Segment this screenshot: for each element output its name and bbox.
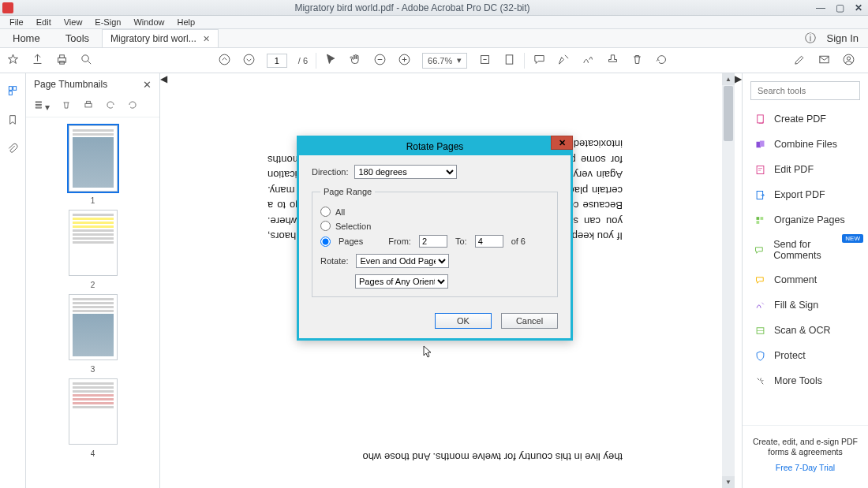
svg-rect-19	[85, 103, 92, 107]
thumbnail-4[interactable]	[69, 378, 118, 445]
thumbnails-close-icon[interactable]: ✕	[143, 79, 152, 91]
tool-send-comments[interactable]: NEWSend for Comments	[743, 233, 868, 267]
thumbnail-1-number: 1	[91, 196, 95, 205]
help-icon[interactable]: ⓘ	[805, 32, 816, 46]
tool-comment[interactable]: Comment	[743, 267, 868, 292]
menu-help[interactable]: Help	[171, 17, 202, 27]
zoom-value: 66.7%	[428, 56, 452, 65]
zoom-in-icon[interactable]	[398, 53, 411, 69]
search-tools-input[interactable]	[750, 81, 860, 100]
menu-view[interactable]: View	[58, 17, 89, 27]
to-input[interactable]	[475, 235, 503, 248]
rotate-icon[interactable]	[655, 53, 668, 69]
pointer-icon[interactable]	[324, 53, 338, 69]
profile-icon[interactable]	[842, 53, 855, 69]
from-input[interactable]	[419, 235, 447, 248]
menubar: File Edit View E-Sign Window Help	[0, 16, 868, 29]
tab-home[interactable]: Home	[0, 29, 53, 47]
attachment-rail-icon[interactable]	[6, 143, 19, 158]
comment-tool-icon	[754, 274, 766, 286]
tab-document-close-icon[interactable]: ✕	[203, 34, 210, 44]
tool-combine-files[interactable]: Combine Files	[743, 132, 868, 157]
tool-fill-sign[interactable]: Fill & Sign	[743, 292, 868, 318]
scroll-down-icon[interactable]: ▼	[722, 476, 735, 488]
radio-all[interactable]	[320, 207, 331, 217]
send-comments-icon	[754, 244, 765, 256]
sign-icon[interactable]	[582, 53, 595, 69]
ok-button[interactable]: OK	[435, 313, 492, 329]
upload-icon[interactable]	[31, 53, 44, 69]
trash-icon[interactable]	[630, 53, 644, 69]
footer-trial-link[interactable]: Free 7-Day Trial	[750, 463, 860, 472]
rotate-orientation-select[interactable]: Pages of Any Orientation	[355, 274, 448, 289]
menu-window[interactable]: Window	[127, 17, 170, 27]
svg-rect-0	[58, 58, 66, 62]
svg-rect-9	[506, 54, 513, 63]
tool-more-tools[interactable]: More Tools	[743, 368, 868, 393]
svg-rect-24	[757, 166, 764, 173]
cancel-button[interactable]: Cancel	[501, 313, 558, 329]
export-pdf-icon	[754, 188, 766, 201]
direction-select[interactable]: 180 degrees	[354, 165, 457, 179]
tool-export-pdf[interactable]: Export PDF	[743, 182, 868, 207]
tab-document[interactable]: Migratory bird worl... ✕	[102, 29, 219, 47]
pen-icon[interactable]	[793, 53, 806, 69]
thumb-print-icon[interactable]	[83, 99, 94, 113]
thumbnail-1[interactable]	[69, 125, 118, 192]
svg-rect-27	[760, 217, 763, 220]
tool-label: Protect	[774, 350, 806, 361]
search-glass-icon[interactable]	[80, 53, 93, 69]
page-number-input[interactable]	[267, 54, 287, 68]
signin-link[interactable]: Sign In	[827, 32, 859, 44]
zoom-out-icon[interactable]	[373, 53, 387, 69]
thumbnails-rail-icon[interactable]	[6, 84, 19, 99]
thumb-options-icon[interactable]: ▾	[34, 99, 50, 113]
thumbnails-panel: Page Thumbnails ✕ ▾ 1 2 3 4	[26, 73, 160, 488]
star-icon[interactable]	[6, 53, 20, 69]
panel-collapse-left[interactable]: ◀	[160, 73, 167, 488]
tool-label: Organize Pages	[774, 214, 845, 225]
menu-esign[interactable]: E-Sign	[88, 17, 127, 27]
radio-pages[interactable]	[320, 237, 331, 247]
highlight-icon[interactable]	[557, 53, 571, 69]
tab-tools[interactable]: Tools	[53, 29, 102, 47]
bookmark-rail-icon[interactable]	[6, 114, 19, 129]
hand-icon[interactable]	[349, 53, 362, 69]
tool-create-pdf[interactable]: Create PDF	[743, 106, 868, 132]
close-window-button[interactable]: ✕	[849, 1, 868, 15]
rotate-parity-select[interactable]: Even and Odd Pages	[356, 254, 449, 268]
radio-selection[interactable]	[320, 221, 331, 231]
dialog-titlebar[interactable]: Rotate Pages ✕	[299, 138, 571, 155]
page-up-icon[interactable]	[218, 53, 231, 69]
scrollbar-thumb[interactable]	[724, 86, 733, 141]
thumbnail-2-number: 2	[91, 281, 95, 289]
zoom-dropdown[interactable]: 66.7%▾	[422, 53, 467, 69]
thumb-rotate-ccw-icon[interactable]	[105, 99, 116, 113]
dialog-close-button[interactable]: ✕	[551, 136, 573, 150]
page-down-icon[interactable]	[242, 53, 256, 69]
tool-scan-ocr[interactable]: Scan & OCR	[743, 318, 868, 343]
tool-label: Export PDF	[774, 189, 825, 200]
thumb-delete-icon[interactable]	[61, 99, 72, 113]
thumbnail-3[interactable]	[69, 294, 118, 360]
svg-rect-10	[820, 56, 829, 63]
tool-edit-pdf[interactable]: Edit PDF	[743, 157, 868, 182]
tool-organize-pages[interactable]: Organize Pages	[743, 207, 868, 233]
panel-collapse-right[interactable]: ▶	[735, 73, 742, 488]
vertical-scrollbar[interactable]: ▲ ▼	[722, 73, 735, 488]
fit-page-icon[interactable]	[503, 53, 516, 69]
tool-protect[interactable]: Protect	[743, 343, 868, 368]
thumb-rotate-cw-icon[interactable]	[127, 99, 138, 113]
minimize-button[interactable]: —	[811, 1, 830, 15]
thumbnail-2[interactable]	[69, 210, 118, 276]
menu-file[interactable]: File	[3, 17, 30, 27]
fit-width-icon[interactable]	[478, 53, 492, 69]
print-icon[interactable]	[55, 53, 69, 69]
stamp-icon[interactable]	[606, 53, 619, 69]
maximize-button[interactable]: ▢	[830, 1, 849, 15]
comment-icon[interactable]	[533, 53, 546, 69]
mail-icon[interactable]	[817, 53, 831, 69]
menu-edit[interactable]: Edit	[30, 17, 58, 27]
rotate-label: Rotate:	[320, 256, 348, 266]
scroll-up-icon[interactable]: ▲	[722, 73, 735, 85]
